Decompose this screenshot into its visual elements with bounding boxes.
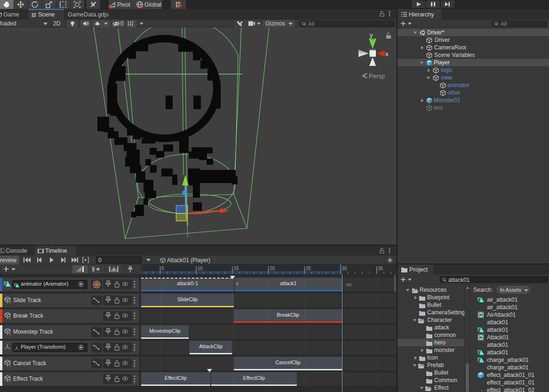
svg-text:Global: Global	[144, 1, 161, 8]
svg-text:20: 20	[270, 266, 275, 271]
svg-text:10: 10	[198, 266, 203, 271]
svg-text:{}: {}	[7, 332, 11, 336]
svg-text:30: 30	[342, 266, 348, 271]
svg-text:{}: {}	[7, 379, 11, 383]
svg-text:35: 35	[378, 266, 383, 271]
svg-text:{}: {}	[7, 300, 11, 304]
svg-text:x: x	[385, 50, 389, 57]
svg-text:{}: {}	[7, 363, 11, 367]
svg-text:15: 15	[233, 266, 239, 271]
svg-text:5: 5	[161, 266, 164, 271]
svg-text:Persp: Persp	[369, 72, 385, 80]
svg-text:y: y	[370, 32, 373, 39]
svg-text:25: 25	[306, 266, 311, 271]
svg-text:{}: {}	[7, 316, 11, 320]
svg-text:Pivot: Pivot	[117, 1, 130, 8]
